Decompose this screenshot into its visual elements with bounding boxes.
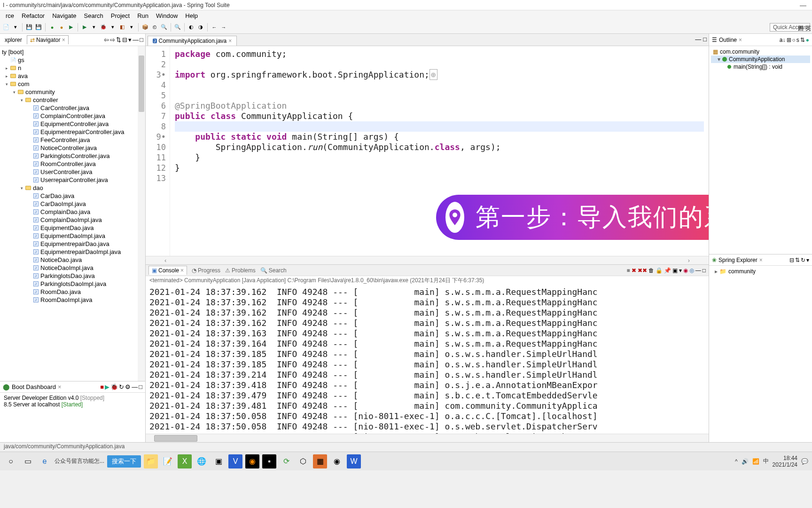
toggle-button[interactable]: ◑ <box>196 23 205 32</box>
menu-source[interactable]: rce <box>2 11 18 20</box>
browser-icon[interactable]: 🌐 <box>195 454 209 468</box>
minimize-button[interactable]: — <box>797 1 809 9</box>
tree-file[interactable]: JRoomDaoImpl.java <box>0 296 145 304</box>
stop-button[interactable]: ■ <box>100 383 104 390</box>
back-icon[interactable]: ⇦ <box>104 36 109 43</box>
link-icon[interactable]: ⇅ <box>795 257 800 263</box>
tree-folder[interactable]: ▸ava <box>0 72 145 80</box>
close-icon[interactable]: × <box>180 267 184 274</box>
tree-file[interactable]: JNoticeDaoImpl.java <box>0 264 145 272</box>
terminal-icon[interactable]: ▪ <box>262 454 276 468</box>
search-button[interactable]: 🔍 <box>173 23 182 32</box>
outline-class[interactable]: ▾ CommunityApplication <box>711 56 810 63</box>
tree-file[interactable]: JNoticeController.java <box>0 144 145 152</box>
filter-icon[interactable]: ⊞ <box>787 37 791 43</box>
cortana-icon[interactable]: ○ <box>4 454 18 468</box>
tree-root[interactable]: ty [boot] <box>0 48 145 56</box>
spring-project-item[interactable]: ▸ 📁 community <box>713 268 808 275</box>
tree-file[interactable]: JParkinglotsController.java <box>0 152 145 160</box>
external-tools-button[interactable]: ◧ <box>118 23 126 32</box>
language-indicator[interactable]: 囲 英 <box>798 24 811 32</box>
forward-icon[interactable]: ⇨ <box>110 36 115 43</box>
focus-icon[interactable]: ● <box>806 37 809 43</box>
outline-package[interactable]: ▦ com.community <box>711 48 810 56</box>
link-editor-icon[interactable]: ⇅ <box>116 36 121 43</box>
close-icon[interactable]: × <box>58 383 62 390</box>
tree-file[interactable]: JUserrepairController.java <box>0 176 145 184</box>
menu-window[interactable]: Window <box>152 11 181 20</box>
run-icon[interactable]: ▶ <box>67 23 75 32</box>
tab-navigator[interactable]: ⇄ Navigator × <box>27 35 69 44</box>
start-button[interactable]: ▶ <box>105 383 109 390</box>
notifications-icon[interactable]: 💬 <box>801 458 808 465</box>
menu-run[interactable]: Run <box>133 11 152 20</box>
close-icon[interactable]: × <box>739 37 742 43</box>
tray-chevron-icon[interactable]: ^ <box>735 458 738 465</box>
tree-file[interactable]: JEquipmentrepairDaoImpl.java <box>0 248 145 256</box>
tree-file[interactable]: JComplainController.java <box>0 112 145 120</box>
tree-file[interactable]: JEquipmentrepairDao.java <box>0 240 145 248</box>
remove-all-button[interactable]: ✖✖ <box>638 267 647 274</box>
hide-fields-icon[interactable]: ○ <box>792 37 796 43</box>
maximize-icon[interactable]: □ <box>703 36 707 43</box>
close-icon[interactable]: × <box>62 37 65 43</box>
task-view-icon[interactable]: ▭ <box>21 454 35 468</box>
remove-launch-button[interactable]: ✖ <box>632 267 636 274</box>
tree-file[interactable]: JComplainDaoImpl.java <box>0 216 145 224</box>
close-icon[interactable]: × <box>759 257 763 263</box>
menu-project[interactable]: Project <box>107 11 133 20</box>
maximize-icon[interactable]: □ <box>703 267 706 274</box>
minimize-icon[interactable]: — <box>132 383 138 390</box>
dropdown-icon[interactable]: ▾ <box>109 23 117 32</box>
tree-file[interactable]: JFeeController.java <box>0 136 145 144</box>
terminate-button[interactable]: ■ <box>627 267 630 274</box>
hide-static-icon[interactable]: s <box>796 37 799 43</box>
notepad-icon[interactable]: 📝 <box>161 454 175 468</box>
file-explorer-icon[interactable]: 📁 <box>144 454 158 468</box>
refresh-icon[interactable]: ↻ <box>801 257 805 263</box>
app-icon[interactable]: ⬡ <box>296 454 310 468</box>
dropdown-icon[interactable]: ▾ <box>90 23 98 32</box>
tab-console[interactable]: ▣ Console × <box>148 266 187 275</box>
forward-button[interactable]: → <box>219 23 228 32</box>
dropdown-icon[interactable]: ▾ <box>679 267 682 274</box>
scrollbar-vertical[interactable] <box>138 46 145 381</box>
tree-file[interactable]: JParkinglotsDao.java <box>0 272 145 280</box>
link-icon[interactable]: ⇅ <box>800 37 805 43</box>
debug-button[interactable]: 🐞 <box>110 383 118 390</box>
tree-folder[interactable]: ▸n <box>0 64 145 72</box>
filter-icon[interactable]: ▾ <box>806 257 809 263</box>
ie-icon[interactable]: e <box>38 454 52 468</box>
console-output[interactable]: 2021-01-24 18:37:39.162 INFO 49248 --- [… <box>146 285 709 434</box>
filter-icon[interactable]: ⚙ <box>125 383 131 390</box>
boot-server-row[interactable]: 8.5 Server at localhost [Started] <box>4 401 141 408</box>
debug-icon[interactable]: 🐞 <box>99 23 108 32</box>
search-button[interactable]: 搜索一下 <box>107 455 141 468</box>
tree-file[interactable]: JCarDaoImpl.java <box>0 200 145 208</box>
open-console-button[interactable]: ◉ <box>683 267 688 274</box>
taskbar-clock[interactable]: 18:44 2021/1/24 <box>773 455 797 468</box>
sts-icon[interactable]: ⟳ <box>279 454 293 468</box>
menu-navigate[interactable]: Navigate <box>48 11 80 20</box>
save-all-button[interactable]: 💾 <box>34 23 43 32</box>
open-type-button[interactable]: 🔍 <box>160 23 168 32</box>
menu-refactor[interactable]: Refactor <box>18 11 48 20</box>
refresh-icon[interactable]: ↻ <box>119 383 124 390</box>
dropdown-icon[interactable]: ▾ <box>11 23 20 32</box>
tray-language-icon[interactable]: 中 <box>763 457 769 465</box>
new-console-button[interactable]: ◎ <box>689 267 694 274</box>
tree-folder[interactable]: ▾dao <box>0 184 145 192</box>
outline-tree[interactable]: ▦ com.community ▾ CommunityApplication m… <box>709 46 812 254</box>
collapse-all-icon[interactable]: ⊟ <box>122 36 127 43</box>
minimize-icon[interactable]: — <box>695 36 701 43</box>
clear-console-button[interactable]: 🗑 <box>648 267 654 274</box>
maximize-icon[interactable]: □ <box>139 383 142 390</box>
scroll-lock-button[interactable]: 🔒 <box>656 267 663 274</box>
taskbar-item-text[interactable]: 公众号留言功能怎... <box>55 457 104 465</box>
tree-file[interactable]: JEquipmentDaoImpl.java <box>0 232 145 240</box>
tab-search[interactable]: 🔍Search <box>260 267 287 274</box>
tree-file[interactable]: JEquipmentController.java <box>0 120 145 128</box>
outline-method[interactable]: main(String[]) : void <box>711 63 810 71</box>
code-editor[interactable]: 123•45 6789•10 111213 package com.commun… <box>146 46 709 256</box>
excel-icon[interactable]: X <box>178 454 192 468</box>
